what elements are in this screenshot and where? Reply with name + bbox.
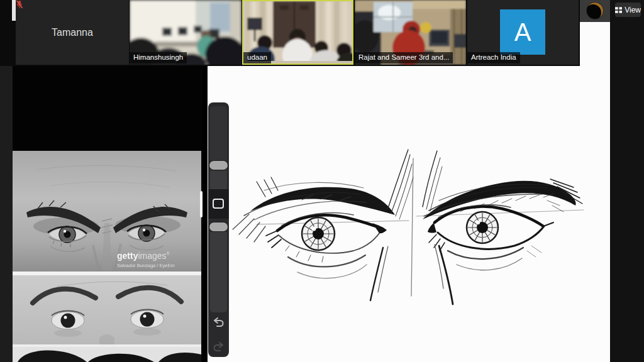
opacity-slider[interactable] bbox=[210, 232, 227, 312]
shared-screen-notch bbox=[580, 21, 610, 66]
participant-strip: Tamanna bbox=[0, 0, 580, 66]
drawing-canvas bbox=[208, 65, 610, 362]
shared-screen-area: gettyimages® Salvador Burciaga / EyeEm bbox=[0, 65, 610, 362]
participant-name: Rajat and Sameer 3rd and... bbox=[355, 52, 453, 63]
avatar-letter: A bbox=[514, 18, 531, 47]
self-view-avatar-tile[interactable] bbox=[580, 0, 610, 22]
undo-button[interactable] bbox=[212, 316, 225, 329]
avatar-letter-square: A bbox=[500, 9, 545, 55]
redo-icon bbox=[212, 341, 225, 353]
participant-tile-udaan-active-speaker[interactable]: udaan bbox=[242, 0, 353, 65]
view-button-label: View bbox=[625, 6, 641, 14]
opacity-slider-handle[interactable] bbox=[209, 222, 228, 231]
participant-tile-rajat-sameer[interactable]: Rajat and Sameer 3rd and... bbox=[355, 0, 466, 65]
view-button[interactable]: View bbox=[615, 3, 641, 17]
slider-fill bbox=[210, 171, 227, 189]
mic-muted-icon bbox=[16, 0, 23, 9]
left-scrollbar-thumb[interactable] bbox=[12, 0, 16, 21]
participant-tile-tamanna[interactable]: Tamanna bbox=[16, 0, 129, 65]
reference-photo-angry-eyes: gettyimages® Salvador Burciaga / EyeEm bbox=[13, 151, 201, 272]
angry-eyes-photo-graphic: gettyimages® Salvador Burciaga / EyeEm bbox=[13, 151, 201, 272]
right-sidebar-column: View bbox=[610, 0, 644, 362]
reference-photo-surprised-eyes bbox=[13, 275, 201, 344]
left-dark-column bbox=[0, 65, 13, 362]
avatar-profile-circle bbox=[587, 3, 603, 19]
partial-photo-graphic bbox=[13, 347, 201, 362]
grid-view-icon bbox=[615, 7, 622, 13]
redo-button[interactable] bbox=[212, 341, 225, 353]
participant-name: Tamanna bbox=[52, 27, 93, 38]
reference-photo-partial bbox=[13, 347, 201, 362]
eyes-sketch-drawing bbox=[208, 65, 610, 362]
participant-tile-artreach-india[interactable]: A Artreach India bbox=[467, 0, 579, 65]
participant-name: Himanshusingh bbox=[130, 52, 187, 63]
zoom-meeting-window: gettyimages® Salvador Burciaga / EyeEm bbox=[0, 0, 644, 362]
surprised-eyes-photo-graphic bbox=[13, 275, 201, 344]
participant-name: udaan bbox=[243, 52, 271, 63]
panel-scrollbar-thumb[interactable] bbox=[200, 191, 203, 217]
brush-size-slider-handle[interactable] bbox=[209, 161, 228, 170]
reference-photo-panel: gettyimages® Salvador Burciaga / EyeEm bbox=[13, 65, 203, 362]
participant-name: Artreach India bbox=[467, 52, 520, 63]
color-swatch-icon[interactable] bbox=[213, 199, 224, 209]
color-swatch-zone bbox=[208, 189, 229, 219]
getty-watermark: gettyimages® bbox=[117, 251, 170, 261]
getty-credit: Salvador Burciaga / EyeEm bbox=[117, 263, 175, 268]
undo-icon bbox=[212, 316, 225, 329]
drawing-toolbar bbox=[208, 102, 229, 357]
participant-tile-himanshusingh[interactable]: Himanshusingh bbox=[130, 0, 242, 65]
